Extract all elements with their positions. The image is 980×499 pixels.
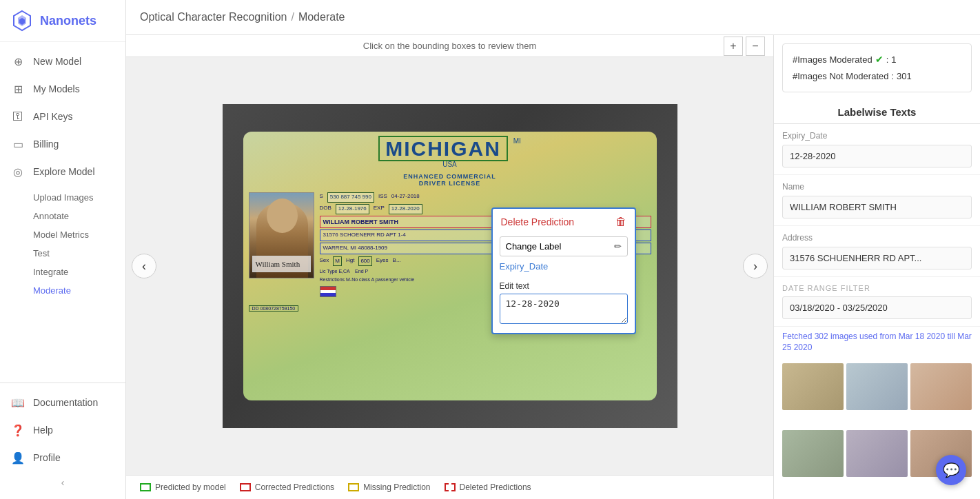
date-range-section: DATE RANGE FILTER 03/18/2020 - 03/25/202… (774, 277, 980, 327)
id-photo: William Smith (249, 192, 314, 278)
viewer-toolbar: Click on the bounding boxes to review th… (126, 35, 773, 57)
right-panel: #Images Moderated ✔ : 1 #Images Not Mode… (773, 35, 980, 499)
legend-predicted-box (140, 483, 151, 491)
name-label: Name (782, 182, 972, 192)
sidebar-item-label: Profile (33, 452, 61, 463)
legend-predicted-label: Predicted by model (155, 482, 226, 492)
sidebar-item-profile[interactable]: 👤 Profile (0, 444, 125, 471)
viewer-main: ‹ MICHIGAN MIUSA ENHANCED COMMERCIALDRIV… (126, 57, 773, 475)
fetch-info: Fetched 302 images used from Mar 18 2020… (774, 327, 980, 358)
signature-area: William Smith (252, 256, 311, 272)
labelwise-header: Labelwise Texts (774, 101, 980, 124)
next-image-button[interactable]: › (743, 254, 768, 278)
thumbnail-3[interactable] (910, 363, 972, 410)
chat-icon: 💬 (943, 462, 960, 478)
legend-predicted: Predicted by model (140, 482, 226, 492)
not-moderated-label: #Images Not Moderated (793, 68, 888, 84)
delete-popup-title: Delete Prediction (501, 216, 575, 227)
zoom-in-button[interactable]: + (724, 37, 743, 56)
compass-icon: ◎ (11, 165, 25, 179)
legend-missing-box (348, 483, 359, 491)
sidebar-item-billing[interactable]: ▭ Billing (0, 130, 125, 158)
edit-label-icon[interactable]: ✏ (614, 241, 622, 252)
expiry-date-label: Expiry_Date (782, 131, 972, 141)
sidebar-item-label: New Model (33, 56, 81, 67)
not-moderated-separator: : (891, 68, 894, 84)
sidebar-item-integrate[interactable]: Integrate (22, 263, 125, 281)
address-value: 31576 SCHUENHERR RD APT... (782, 247, 972, 269)
plus-circle-icon: ⊕ (11, 54, 25, 68)
sidebar-item-label: Help (33, 425, 53, 436)
breadcrumb-part-1: Optical Character Recognition (140, 11, 287, 23)
zoom-out-button[interactable]: − (746, 37, 765, 56)
user-icon: 👤 (11, 451, 25, 465)
card-subtitle: ENHANCED COMMERCIALDRIVER LICENSE (243, 173, 657, 187)
delete-prediction-popup: Delete Prediction 🗑 Change Label ✏ Expir… (491, 207, 636, 334)
breadcrumb: Optical Character Recognition / Moderate (140, 11, 966, 23)
sidebar-item-new-model[interactable]: ⊕ New Model (0, 48, 125, 75)
sidebar-item-explore-model[interactable]: ◎ Explore Model (0, 158, 125, 185)
sidebar-item-moderate[interactable]: Moderate (22, 281, 125, 300)
credit-card-icon: ▭ (11, 137, 25, 151)
sidebar-item-api-keys[interactable]: ⚿ API Keys (0, 103, 125, 130)
id-card-container: MICHIGAN MIUSA ENHANCED COMMERCIALDRIVER… (223, 104, 677, 428)
grid-icon: ⊞ (11, 82, 25, 96)
help-circle-icon: ❓ (11, 423, 25, 437)
sidebar-item-label: API Keys (33, 111, 73, 122)
legend-deleted-label: Deleted Predictions (460, 482, 531, 492)
change-label-text: Change Label (506, 241, 562, 252)
legend-deleted: Deleted Predictions (445, 482, 531, 492)
prev-image-button[interactable]: ‹ (132, 254, 156, 278)
sidebar-item-label: Documentation (33, 397, 98, 408)
legend-corrected-label: Corrected Predictions (255, 482, 334, 492)
popup-change-label-section: Change Label ✏ Expiry_Date (493, 232, 635, 277)
not-moderated-value: 301 (897, 68, 912, 84)
edit-text-section: Edit text 12-28-2020 (493, 277, 635, 333)
key-icon: ⚿ (11, 110, 25, 123)
sidebar-logo[interactable]: Nanonets (0, 0, 125, 42)
thumbnail-1[interactable] (782, 363, 844, 410)
sub-nav: Upload Images Annotate Model Metrics Tes… (0, 185, 125, 303)
legend-missing: Missing Prediction (348, 482, 430, 492)
sidebar-item-my-models[interactable]: ⊞ My Models (0, 75, 125, 103)
chat-bubble-button[interactable]: 💬 (936, 455, 966, 485)
sidebar: Nanonets ⊕ New Model ⊞ My Models ⚿ API K… (0, 0, 126, 499)
sidebar-item-annotate[interactable]: Annotate (22, 207, 125, 225)
change-label-row[interactable]: Change Label ✏ (500, 236, 628, 256)
date-range-filter-label: DATE RANGE FILTER (782, 284, 972, 292)
moderated-separator: : (886, 52, 889, 68)
thumbnail-2[interactable] (846, 363, 908, 410)
field-address: Address 31576 SCHUENHERR RD APT... (774, 226, 980, 277)
main-content: Optical Character Recognition / Moderate… (126, 0, 980, 499)
address-label: Address (782, 233, 972, 243)
sidebar-item-test[interactable]: Test (22, 244, 125, 263)
stats-box: #Images Moderated ✔ : 1 #Images Not Mode… (782, 43, 972, 92)
edit-text-input[interactable]: 12-28-2020 (500, 294, 628, 324)
app-name: Nanonets (40, 14, 96, 28)
sidebar-item-label: My Models (33, 83, 80, 94)
legend-deleted-box (445, 483, 456, 491)
sidebar-item-model-metrics[interactable]: Model Metrics (22, 225, 125, 244)
viewer-zoom-controls: + − (724, 37, 765, 56)
nanonets-logo-icon (11, 10, 33, 32)
sidebar-item-label: Billing (33, 139, 59, 150)
name-value: WILLIAM ROBERT SMITH (782, 196, 972, 218)
thumbnail-5[interactable] (846, 430, 908, 477)
delete-icon-button[interactable]: 🗑 (615, 216, 626, 228)
viewer-legend: Predicted by model Corrected Predictions… (126, 475, 773, 499)
sidebar-item-label: Explore Model (33, 166, 95, 177)
sidebar-item-upload-images[interactable]: Upload Images (22, 188, 125, 207)
field-expiry-date: Expiry_Date 12-28-2020 (774, 124, 980, 175)
thumbnail-4[interactable] (782, 430, 844, 477)
image-viewer: Click on the bounding boxes to review th… (126, 35, 773, 499)
id-card-background: MICHIGAN MIUSA ENHANCED COMMERCIALDRIVER… (223, 104, 677, 428)
legend-corrected: Corrected Predictions (240, 482, 334, 492)
date-range-value: 03/18/2020 - 03/25/2020 (782, 296, 972, 319)
content-area: Click on the bounding boxes to review th… (126, 35, 980, 499)
sidebar-item-help[interactable]: ❓ Help (0, 416, 125, 444)
popup-label-value: Expiry_Date (500, 261, 549, 272)
sidebar-bottom: 📖 Documentation ❓ Help 👤 Profile ‹ (0, 383, 125, 499)
sidebar-collapse-button[interactable]: ‹ (0, 471, 125, 493)
legend-corrected-box (240, 483, 251, 491)
sidebar-item-documentation[interactable]: 📖 Documentation (0, 389, 125, 416)
